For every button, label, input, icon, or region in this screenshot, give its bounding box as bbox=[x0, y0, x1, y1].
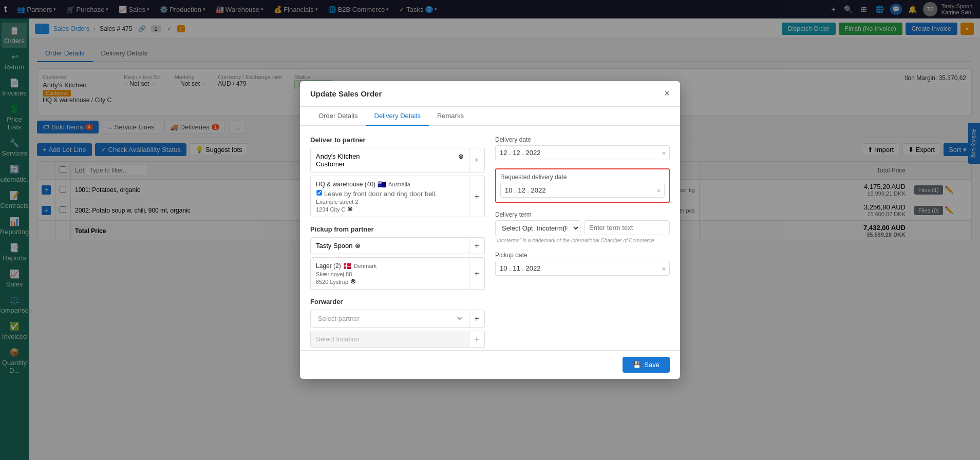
forwarder-location-inner: Select location bbox=[310, 331, 469, 348]
modal-close-button[interactable]: × bbox=[664, 88, 670, 99]
deliver-partner-inner: Andy's Kitchen ⊗ Customer bbox=[310, 148, 469, 172]
delivery-date-input[interactable] bbox=[495, 145, 670, 160]
modal-title: Update Sales Order bbox=[310, 89, 382, 98]
requested-date-clear[interactable]: × bbox=[656, 186, 661, 194]
deliver-location-remove[interactable]: ⊗ bbox=[347, 205, 353, 213]
modal-right-col: Delivery date × Requested delivery date … bbox=[495, 136, 670, 348]
modal-body: Deliver to partner Andy's Kitchen ⊗ Cust… bbox=[300, 126, 680, 350]
pickup-location-name: Lager (2) bbox=[316, 262, 341, 270]
deliver-partner-tag: Customer bbox=[316, 160, 345, 168]
requested-delivery-date-section: Requested delivery date × bbox=[495, 168, 670, 203]
modal-backdrop: Update Sales Order × Order Details Deliv… bbox=[0, 0, 980, 460]
forwarder-partner-select[interactable]: Select partner bbox=[316, 314, 464, 323]
pickup-partner-box: Tasty Spoon ⊗ + bbox=[310, 237, 485, 254]
pickup-location-detail1: Skæringvej 88 bbox=[316, 271, 464, 277]
pickup-location-remove[interactable]: ⊗ bbox=[350, 277, 356, 285]
modal-tab-remarks[interactable]: Remarks bbox=[429, 107, 472, 126]
modal-header: Update Sales Order × bbox=[300, 81, 680, 107]
pickup-partner-add-button[interactable]: + bbox=[469, 237, 485, 254]
delivery-date-section: Delivery date × bbox=[495, 136, 670, 160]
pickup-location-add-button[interactable]: + bbox=[469, 257, 485, 290]
modal-footer: 💾 Save bbox=[300, 350, 680, 379]
delivery-term-label: Delivery term bbox=[495, 211, 670, 218]
deliver-flag-icon: 🇦🇺 bbox=[378, 180, 386, 188]
deliver-location-add-button[interactable]: + bbox=[469, 176, 485, 217]
modal-tabs: Order Details Delivery Details Remarks bbox=[300, 107, 680, 126]
deliver-location-box: HQ & warehouse (40) 🇦🇺 Australia Leave b… bbox=[310, 176, 485, 217]
pickup-partner-remove[interactable]: ⊗ bbox=[355, 242, 361, 250]
save-button[interactable]: 💾 Save bbox=[623, 357, 670, 373]
forwarder-partner-box: Select partner + bbox=[310, 310, 485, 328]
deliver-partner-add-button[interactable]: + bbox=[469, 148, 485, 172]
pickup-location-box: Lager (2) 🇩🇰 Denmark Skæringvej 88 8520 … bbox=[310, 257, 485, 290]
pickup-partner-inner: Tasty Spoon ⊗ bbox=[310, 237, 469, 254]
deliver-checkbox[interactable] bbox=[316, 190, 322, 195]
update-sales-order-modal: Update Sales Order × Order Details Deliv… bbox=[300, 81, 680, 379]
pickup-date-clear[interactable]: × bbox=[662, 264, 666, 272]
delivery-term-row: Select Opt. Incoterm(R) 2010 bbox=[495, 220, 670, 236]
delivery-term-text-input[interactable] bbox=[585, 220, 670, 235]
save-icon: 💾 bbox=[633, 361, 641, 369]
modal-tab-order-details[interactable]: Order Details bbox=[310, 107, 366, 126]
deliver-location-detail2: Example street 2 bbox=[316, 199, 464, 205]
delivery-date-label: Delivery date bbox=[495, 136, 670, 143]
delivery-term-select[interactable]: Select Opt. Incoterm(R) 2010 bbox=[495, 220, 580, 236]
deliver-partner-box: Andy's Kitchen ⊗ Customer + bbox=[310, 148, 485, 172]
incoterms-note: "Incoterms" is a trademark of the Intern… bbox=[495, 238, 670, 243]
pickup-date-input[interactable] bbox=[495, 261, 670, 276]
requested-delivery-date-input[interactable] bbox=[500, 183, 665, 198]
deliver-partner-remove[interactable]: ⊗ bbox=[458, 152, 464, 160]
deliver-to-partner-label: Deliver to partner bbox=[310, 136, 485, 144]
forwarder-label: Forwarder bbox=[310, 298, 485, 305]
deliver-location-city: 1234 City C bbox=[316, 206, 345, 213]
pickup-country-name: Denmark bbox=[354, 263, 377, 269]
pickup-from-partner-section: Pickup from partner Tasty Spoon ⊗ bbox=[310, 225, 485, 290]
forwarder-location-placeholder: Select location bbox=[316, 335, 360, 343]
requested-delivery-date-label: Requested delivery date bbox=[500, 174, 665, 181]
modal-left-col: Deliver to partner Andy's Kitchen ⊗ Cust… bbox=[310, 136, 485, 348]
deliver-location-inner: HQ & warehouse (40) 🇦🇺 Australia Leave b… bbox=[310, 176, 469, 217]
forwarder-partner-add-button[interactable]: + bbox=[469, 310, 485, 328]
modal-tab-delivery-details[interactable]: Delivery Details bbox=[366, 107, 429, 126]
delivery-term-section: Delivery term Select Opt. Incoterm(R) 20… bbox=[495, 211, 670, 243]
deliver-partner-name: Andy's Kitchen bbox=[316, 152, 360, 160]
pickup-date-label: Pickup date bbox=[495, 252, 670, 259]
forwarder-location-box: Select location + bbox=[310, 331, 485, 348]
deliver-location-name: HQ & warehouse (40) bbox=[316, 181, 375, 188]
deliver-country-name: Australia bbox=[388, 181, 410, 187]
deliver-to-partner-section: Deliver to partner Andy's Kitchen ⊗ Cust… bbox=[310, 136, 485, 217]
pickup-partner-label: Pickup from partner bbox=[310, 225, 485, 233]
pickup-location-detail2: 8520 Lystrup bbox=[316, 279, 348, 285]
delivery-date-clear[interactable]: × bbox=[662, 149, 666, 157]
forwarder-partner-inner: Select partner bbox=[310, 310, 469, 328]
pickup-date-section: Pickup date × bbox=[495, 252, 670, 276]
pickup-flag-icon: 🇩🇰 bbox=[343, 262, 352, 270]
forwarder-section: Forwarder Select partner + Select bbox=[310, 298, 485, 348]
pickup-location-inner: Lager (2) 🇩🇰 Denmark Skæringvej 88 8520 … bbox=[310, 257, 469, 290]
forwarder-location-add-button[interactable]: + bbox=[469, 331, 485, 348]
pickup-partner-name: Tasty Spoon bbox=[316, 242, 353, 250]
deliver-location-detail1: Leave by front door and ring door bell. bbox=[316, 189, 464, 198]
